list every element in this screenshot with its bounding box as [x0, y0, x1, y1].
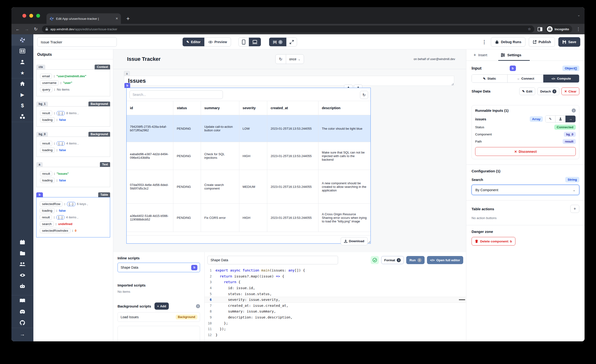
array-chip[interactable]: [...] — [57, 141, 65, 146]
variables-dollar-icon[interactable]: $ — [19, 103, 25, 108]
output-key[interactable]: selectedRowIndex — [40, 228, 70, 233]
user-icon[interactable] — [19, 59, 25, 65]
code-editor[interactable]: 1export async function main(issues: any[… — [205, 267, 466, 341]
traffic-lights[interactable] — [22, 14, 40, 18]
output-key[interactable]: result — [40, 171, 52, 176]
code-line[interactable]: 6 severity: issue.severity, — [205, 297, 466, 303]
close-window-button[interactable] — [22, 14, 26, 18]
new-tab-button[interactable]: + — [126, 15, 130, 22]
code-line[interactable]: 8 summary: issue.summary, — [205, 308, 466, 314]
app-refresh-icon[interactable]: ↻ — [276, 55, 286, 64]
static-mode-button[interactable]: ✎Static — [472, 74, 507, 82]
add-background-script-button[interactable]: +Add — [155, 303, 169, 310]
disconnect-button[interactable]: ✕Disconnect — [475, 147, 576, 156]
preview-tab[interactable]: Preview — [205, 38, 231, 46]
output-id-tab[interactable]: bg_0 — [36, 132, 48, 137]
resources-blocks-icon[interactable] — [19, 114, 25, 119]
editor-tab[interactable]: ✎Editor — [183, 38, 205, 46]
static-kind-button[interactable]: ✎ — [545, 116, 555, 122]
code-line[interactable]: 9 description: issue.description, — [205, 314, 466, 320]
code-line[interactable]: 2 return issues?.map((issue) => { — [205, 273, 466, 279]
output-key[interactable]: search — [40, 222, 54, 226]
column-header[interactable]: summary — [201, 101, 239, 115]
discord-icon[interactable] — [19, 309, 25, 314]
bookmark-star-icon[interactable]: ☆ — [528, 27, 531, 31]
resize-handle[interactable] — [368, 241, 370, 243]
desktop-view-button[interactable] — [249, 38, 261, 46]
table-row[interactable]: a36e4402-51d8-4d15-b566-119088b8cb52PEND… — [127, 204, 371, 232]
column-header[interactable]: id — [127, 101, 173, 115]
url-bar[interactable]: app.windmill.dev/apps/edit/u/user/issue-… — [42, 25, 534, 33]
code-line[interactable]: 3 return { — [205, 279, 466, 285]
object-chip[interactable]: {...} — [67, 202, 75, 206]
output-key[interactable]: result — [40, 141, 52, 146]
code-line[interactable]: 4 id: issue.id, — [205, 285, 466, 291]
sidebar-collapse[interactable]: → — [11, 328, 33, 341]
user-kind-button[interactable] — [555, 116, 566, 122]
runs-play-icon[interactable]: ▶ — [19, 92, 25, 97]
column-header[interactable]: status — [173, 101, 201, 115]
home-icon[interactable] — [19, 81, 25, 87]
forward-icon[interactable]: → — [24, 27, 30, 32]
debug-runs-button[interactable]: Debug Runs — [491, 37, 525, 47]
fullscreen-button[interactable] — [287, 38, 297, 46]
code-line[interactable]: 12} — [205, 332, 466, 338]
text-component[interactable]: Issues — [124, 76, 454, 86]
open-full-editor-button[interactable]: </>Open full editor — [427, 256, 463, 264]
back-icon[interactable]: ← — [15, 27, 21, 32]
inline-script-item[interactable]: Shape Data b — [118, 263, 200, 272]
refresh-mode-dropdown[interactable]: once⌄ — [286, 55, 304, 64]
schedules-calendar-icon[interactable] — [19, 239, 25, 245]
connect-kind-button[interactable]: → — [566, 116, 575, 122]
save-button[interactable]: Save — [558, 37, 580, 47]
tab-close-icon[interactable]: × — [116, 16, 118, 21]
array-chip[interactable]: [...] — [57, 215, 64, 220]
browser-tab[interactable]: Edit App u/user/issue-tracker | × — [46, 13, 121, 24]
app-name-input[interactable]: Issue Tracker — [37, 37, 117, 47]
windmill-logo[interactable] — [11, 34, 33, 46]
output-id-tab[interactable]: ctx — [36, 65, 45, 69]
output-key[interactable]: loading — [40, 117, 55, 122]
edit-button[interactable]: ✎Edit — [519, 88, 535, 95]
code-line[interactable]: 7 created_at: issue.created_at, — [205, 303, 466, 309]
side-panel-icon[interactable] — [538, 27, 542, 31]
delete-component-button[interactable]: Delete component: b — [472, 237, 515, 245]
background-script-item[interactable]: Load Issues Background — [118, 312, 200, 322]
table-refresh-button[interactable]: ↻ — [360, 91, 368, 99]
browser-menu-icon[interactable]: ⋮ — [575, 26, 581, 32]
table-search-input[interactable]: Search... — [129, 90, 223, 99]
github-icon[interactable] — [19, 320, 25, 325]
audit-eye-icon[interactable] — [19, 272, 25, 278]
code-line[interactable]: 5 status: issue.status, — [205, 291, 466, 297]
resize-handle[interactable] — [452, 83, 454, 85]
clear-button[interactable]: ✕Clear — [561, 88, 579, 95]
code-line[interactable]: 11 }); — [205, 326, 466, 332]
code-line[interactable]: 10 }; — [205, 320, 466, 326]
tab-settings[interactable]: Settings — [501, 53, 522, 57]
groups-users-icon[interactable] — [19, 261, 25, 267]
publish-button[interactable]: Publish — [529, 37, 555, 47]
more-options-icon[interactable]: ⋮ — [482, 39, 487, 45]
mobile-view-button[interactable] — [239, 38, 249, 46]
output-key[interactable]: selectedRow — [40, 201, 62, 207]
component-tag-b[interactable]: b — [124, 83, 130, 88]
favorites-star-icon[interactable]: ★ — [19, 70, 25, 76]
tab-search-chevron-icon[interactable]: ⌄ — [577, 13, 580, 17]
column-header[interactable]: description — [319, 101, 371, 115]
output-key[interactable]: loading — [40, 148, 55, 153]
docs-book-icon[interactable] — [19, 298, 25, 304]
output-key[interactable]: email — [40, 74, 52, 79]
search-mode-select[interactable]: By Component ⌄ — [472, 185, 579, 195]
ai-robot-icon[interactable] — [19, 283, 25, 289]
table-row[interactable]: eaba8d96-e387-4d2d-8494-096e4143b8faPEND… — [127, 142, 371, 170]
code-line[interactable]: 1export async function main(issues: any[… — [205, 267, 466, 273]
add-action-button[interactable]: + — [570, 205, 579, 213]
connect-mode-button[interactable]: →Connect — [507, 74, 543, 82]
compute-mode-button[interactable]: </>Compute — [543, 74, 579, 82]
table-row[interactable]: 794208f5-2735-428a-b4af-b071ff0a2962PEND… — [127, 115, 371, 142]
output-key[interactable]: result — [40, 111, 52, 116]
minimize-window-button[interactable] — [29, 14, 33, 18]
table-row[interactable]: 07da0553-4e6e-4d56-8ded-5fd0f7d5c3c2PEND… — [127, 170, 371, 204]
output-key[interactable]: query — [40, 87, 52, 92]
output-key[interactable]: loading — [40, 208, 55, 213]
